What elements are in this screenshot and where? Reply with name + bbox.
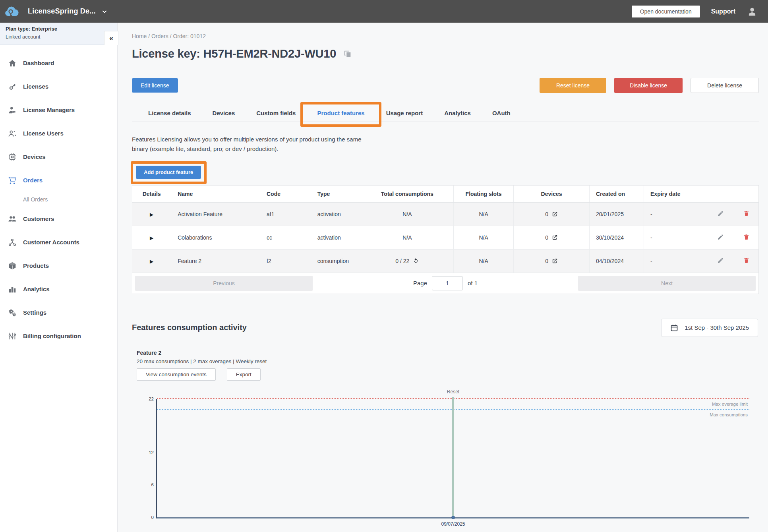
feature-floating-slots: N/A	[453, 249, 513, 273]
sidebar-item-license-managers[interactable]: License Managers	[0, 98, 117, 122]
tab-bar: License details Devices Custom fields Pr…	[132, 105, 759, 122]
previous-page-button[interactable]: Previous	[135, 276, 313, 291]
feature-created-on: 04/10/2024	[589, 249, 644, 273]
y-axis-tick: 0	[139, 515, 154, 520]
max-overage-limit-label: Max overage limit	[712, 402, 748, 406]
sidebar-item-billing-configuration[interactable]: Billing configuration	[0, 324, 117, 348]
pagination: Previous Page of 1 Next	[132, 273, 758, 294]
feature-name: Colaborations	[171, 226, 260, 249]
user-avatar-icon[interactable]	[747, 6, 758, 17]
delete-feature-icon[interactable]	[743, 234, 750, 240]
open-documentation-button[interactable]: Open documentation	[632, 6, 700, 17]
users-icon	[8, 215, 17, 223]
feature-type: activation	[311, 226, 361, 249]
next-page-button[interactable]: Next	[578, 276, 756, 291]
external-link-icon[interactable]	[552, 258, 558, 264]
feature-created-on: 20/01/2025	[589, 202, 644, 226]
sidebar-item-customers[interactable]: Customers	[0, 207, 117, 230]
sidebar-item-license-users[interactable]: License Users	[0, 122, 117, 145]
sidebar-item-all-orders[interactable]: All Orders	[0, 192, 117, 207]
feature-code: f2	[260, 249, 311, 273]
tab-product-features[interactable]: Product features	[306, 105, 375, 122]
feature-code: af1	[260, 202, 311, 226]
tab-analytics[interactable]: Analytics	[433, 105, 482, 122]
expand-row-icon[interactable]: ▶	[150, 259, 153, 264]
expand-row-icon[interactable]: ▶	[150, 235, 153, 241]
col-details: Details	[132, 186, 171, 202]
data-point-dot[interactable]	[451, 516, 455, 519]
date-range-picker[interactable]: 1st Sep - 30th Sep 2025	[661, 319, 758, 337]
tab-license-details[interactable]: License details	[137, 105, 202, 122]
chevron-down-icon[interactable]	[101, 8, 108, 15]
edit-feature-icon[interactable]	[717, 234, 724, 240]
feature-name: Activation Feature	[171, 202, 260, 226]
copy-icon[interactable]	[343, 50, 352, 58]
feature-expiry-date: -	[644, 226, 707, 249]
sidebar-item-orders[interactable]: Orders	[0, 168, 117, 192]
cart-icon	[8, 176, 17, 185]
page-number-input[interactable]	[432, 276, 463, 290]
chip-icon	[8, 153, 17, 161]
col-edit	[707, 186, 734, 202]
plan-info: Plan type: Enterprise Linked account	[0, 23, 117, 45]
tab-custom-fields[interactable]: Custom fields	[246, 105, 306, 122]
col-delete	[734, 186, 758, 202]
col-devices: Devices	[514, 186, 590, 202]
page-of-label: of 1	[468, 280, 478, 286]
reset-consumption-icon[interactable]	[413, 258, 419, 264]
breadcrumb[interactable]: Home / Orders / Order: 01012	[132, 33, 759, 39]
date-range-value: 1st Sep - 30th Sep 2025	[685, 324, 749, 331]
product-features-table: Details Name Code Type Total consumption…	[132, 185, 759, 294]
table-row: ▶ Feature 2 f2 consumption 0 / 22 N/A 0 …	[132, 249, 758, 273]
reset-event-label: Reset	[447, 389, 459, 395]
home-icon	[8, 59, 17, 68]
max-consumptions-label: Max consumptions	[710, 412, 748, 417]
edit-feature-icon[interactable]	[717, 257, 724, 264]
sidebar-item-dashboard[interactable]: Dashboard	[0, 51, 117, 75]
consumption-activity-heading: Features consumption activity	[132, 323, 247, 332]
sidebar-item-analytics[interactable]: Analytics	[0, 277, 117, 301]
chart-plot-area: 22 12 6 0 Max overage limit Max consumpt…	[156, 399, 749, 518]
sidebar-item-products[interactable]: Products	[0, 254, 117, 277]
linked-account-label: Linked account	[6, 34, 112, 40]
y-axis-tick: 6	[139, 482, 154, 487]
people-icon	[8, 129, 17, 138]
table-row: ▶ Colaborations cc activation N/A N/A 0 …	[132, 226, 758, 249]
page-title: License key: H57H-EM2R-ND2J-WU10	[132, 47, 336, 60]
view-consumption-events-button[interactable]: View consumption events	[137, 368, 216, 381]
feature-floating-slots: N/A	[453, 202, 513, 226]
tab-oauth[interactable]: OAuth	[482, 105, 521, 122]
account-name[interactable]: LicenseSpring De...	[28, 7, 96, 15]
expand-row-icon[interactable]: ▶	[150, 212, 153, 217]
feature-type: consumption	[311, 249, 361, 273]
delete-feature-icon[interactable]	[743, 210, 750, 217]
device-count: 0	[545, 234, 548, 241]
sidebar-item-settings[interactable]: Settings	[0, 301, 117, 324]
device-count: 0	[545, 258, 548, 264]
add-product-feature-button[interactable]: Add product feature	[136, 166, 201, 179]
sidebar-item-customer-accounts[interactable]: Customer Accounts	[0, 230, 117, 254]
reset-license-button[interactable]: Reset license	[540, 78, 606, 93]
delete-feature-icon[interactable]	[743, 257, 750, 264]
edit-license-button[interactable]: Edit license	[132, 78, 178, 93]
consumption-chart: 22 12 6 0 Max overage limit Max consumpt…	[132, 399, 749, 518]
sidebar-item-licenses[interactable]: Licenses	[0, 75, 117, 98]
col-name: Name	[171, 186, 260, 202]
sidebar-collapse-button[interactable]: «	[104, 31, 118, 45]
external-link-icon[interactable]	[552, 234, 558, 240]
tab-devices[interactable]: Devices	[202, 105, 246, 122]
tab-usage-report[interactable]: Usage report	[375, 105, 434, 122]
feature-total-consumptions: N/A	[361, 226, 453, 249]
support-link[interactable]: Support	[711, 8, 735, 15]
feature-expiry-date: -	[644, 249, 707, 273]
sidebar-item-devices[interactable]: Devices	[0, 145, 117, 168]
sliders-icon	[8, 332, 17, 340]
export-button[interactable]: Export	[227, 368, 261, 381]
external-link-icon[interactable]	[552, 211, 558, 217]
main-content: Home / Orders / Order: 01012 License key…	[118, 23, 768, 518]
box-icon	[8, 261, 17, 270]
delete-license-button[interactable]: Delete license	[691, 78, 759, 93]
edit-feature-icon[interactable]	[717, 210, 724, 217]
disable-license-button[interactable]: Disable license	[614, 78, 683, 93]
hierarchy-icon	[8, 238, 17, 247]
